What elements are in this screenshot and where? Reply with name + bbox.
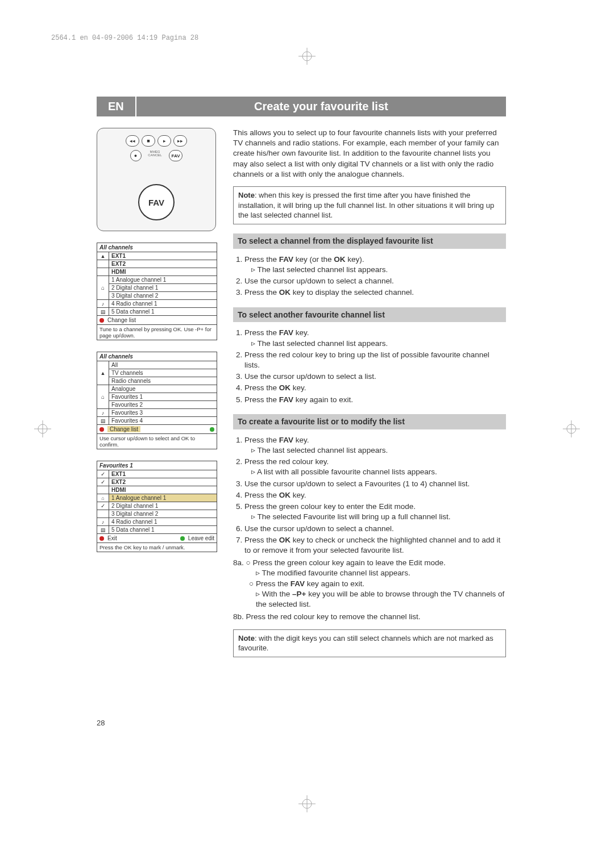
osd2-change: Change list (107, 426, 140, 432)
osd3-title: Favourites 1 (97, 461, 217, 470)
language-badge: EN (97, 97, 135, 116)
osd3-ext2: EXT2 (109, 478, 217, 486)
step-result: A list with all possible favourite chann… (251, 467, 506, 477)
osd1-ext1: EXT1 (109, 252, 217, 260)
osd-all-channels: All channels ▲EXT1 EXT2 HDMI ⌂ 1 Analogu… (97, 243, 217, 340)
data-icon: ▤ (97, 417, 109, 424)
remote-illustration: ◂◂ ■ ▸ ▸▸ ● MHEGCANCEL FAV FAV (97, 128, 216, 231)
rewind-icon: ◂◂ (126, 135, 139, 147)
data-icon: ▤ (97, 526, 109, 533)
page-title-bar: EN Create your favourite list (97, 97, 506, 116)
print-header: 2564.1 en 04-09-2006 14:19 Pagina 28 (51, 34, 563, 42)
osd2-all: All (109, 361, 217, 369)
green-dot-icon (210, 427, 214, 432)
fav-small-button-icon: FAV (169, 150, 183, 161)
osd3-r3: 3 Digital channel 2 (109, 510, 217, 518)
osd3-leave: Leave edit (188, 535, 214, 541)
fav-button-icon: FAV (138, 184, 175, 220)
red-dot-icon (99, 318, 104, 323)
registration-mark-left (34, 420, 51, 437)
registration-mark-bottom (298, 795, 316, 812)
step-result: The modified favourite channel list appe… (256, 568, 506, 578)
step-result: The last selected channel list appears. (251, 339, 506, 349)
step-result: The last selected channel list appears. (251, 445, 506, 456)
osd3-footer: Press the OK key to mark / unmark. (97, 543, 217, 552)
osd2-f4: Favourites 4 (109, 417, 217, 424)
osd1-change: Change list (107, 317, 136, 323)
osd2-f2: Favourites 2 (109, 401, 217, 408)
osd1-r4: 4 Radio channel 1 (109, 300, 217, 307)
osd1-r2: 2 Digital channel 1 (109, 284, 217, 292)
registration-mark-right (563, 420, 580, 437)
data-icon: ▤ (97, 308, 109, 315)
stop-icon: ■ (142, 135, 155, 147)
note-label: Note (238, 634, 255, 642)
osd3-r2: 2 Digital channel 1 (109, 502, 217, 510)
osd3-r5: 5 Data channel 1 (109, 526, 217, 533)
step-8b: 8b. Press the red colour key to remove t… (233, 612, 506, 622)
section-2-steps: Press the FAV key. The last selected cha… (233, 328, 506, 405)
note-box-1: Note: when this key is pressed the first… (233, 186, 506, 224)
osd-list-select: All channels ▲ All TV channels Radio cha… (97, 352, 217, 449)
osd1-ext2: EXT2 (109, 260, 217, 268)
radio-icon: ♪ (97, 300, 109, 307)
section-1-steps: Press the FAV key (or the OK key). The l… (233, 254, 506, 298)
note-box-2: Note: with the digit keys you can still … (233, 629, 506, 657)
section-2-heading: To select another favourite channel list (233, 307, 506, 323)
osd2-footer: Use cursor up/down to select and OK to c… (97, 434, 217, 449)
registration-mark-top (298, 48, 316, 65)
red-dot-icon (99, 536, 104, 541)
tv-icon: ⌂ (97, 494, 109, 502)
check-icon: ✓ (97, 478, 109, 486)
section-1-heading: To select a channel from the displayed f… (233, 233, 506, 249)
osd2-analogue: Analogue (109, 385, 217, 393)
check-icon: ✓ (97, 502, 109, 510)
osd1-footer: Tune to a channel by pressing OK. Use -P… (97, 325, 217, 340)
record-icon: ● (130, 150, 142, 161)
osd1-hdmi: HDMI (109, 268, 217, 276)
step-8a: 8a. Press the green colour key again to … (233, 558, 506, 610)
page-title: Create your favourite list (136, 97, 506, 116)
intro-paragraph: This allows you to select up to four fav… (233, 128, 506, 180)
cancel-label-icon: MHEGCANCEL (144, 150, 167, 161)
step-result: The selected Favourite list will bring u… (251, 512, 506, 522)
note-text: : with the digit keys you can still sele… (238, 634, 493, 653)
note-text: : when this key is pressed the first tim… (238, 191, 494, 219)
osd2-f1: Favourites 1 (109, 393, 217, 401)
osd-favourites: Favourites 1 ✓EXT1 ✓EXT2 HDMI ⌂1 Analogu… (97, 461, 217, 552)
osd2-title: All channels (97, 352, 217, 361)
tv-icon: ⌂ (97, 276, 109, 299)
radio-icon: ♪ (97, 409, 109, 416)
play-icon: ▸ (157, 135, 171, 147)
section-3-steps: Press the FAV key. The last selected cha… (233, 435, 506, 556)
osd1-r5: 5 Data channel 1 (109, 308, 217, 315)
osd1-r3: 3 Digital channel 2 (109, 292, 217, 299)
osd2-radio: Radio channels (109, 377, 217, 385)
osd1-r1: 1 Analogue channel 1 (109, 276, 217, 284)
tv-icon: ⌂ (97, 385, 109, 408)
check-icon: ✓ (97, 470, 109, 478)
osd3-exit: Exit (107, 535, 117, 541)
osd1-title: All channels (97, 243, 217, 252)
section-3-heading: To create a favourite list or to modify … (233, 414, 506, 429)
green-dot-icon (180, 536, 185, 541)
osd3-r1: 1 Analogue channel 1 (109, 494, 217, 502)
red-dot-icon (99, 427, 104, 432)
radio-icon: ♪ (97, 518, 109, 525)
note-label: Note (238, 191, 255, 199)
page-number: 28 (97, 719, 105, 727)
osd3-ext1: EXT1 (109, 470, 217, 478)
osd3-r4: 4 Radio channel 1 (109, 518, 217, 525)
osd2-f3: Favourites 3 (109, 409, 217, 416)
osd3-hdmi: HDMI (109, 486, 217, 494)
step-result: The last selected channel list appears. (251, 265, 506, 275)
forward-icon: ▸▸ (173, 135, 187, 147)
osd2-tv: TV channels (109, 369, 217, 377)
